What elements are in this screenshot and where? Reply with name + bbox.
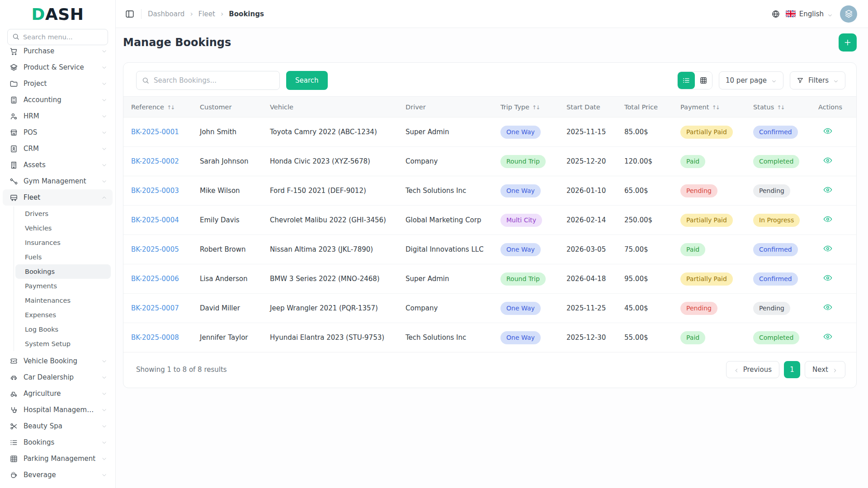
cell-vehicle: Jeep Wrangler 2021 (PQR-1357) (262, 294, 398, 323)
sidebar-item-parking-management[interactable]: Parking Management (3, 450, 113, 467)
cell-customer: Sarah Johnson (192, 147, 262, 176)
sort-icon[interactable]: ↑↓ (167, 104, 174, 111)
sidebar-item-label: Car Dealership (24, 373, 96, 381)
list-view-button[interactable] (678, 72, 695, 89)
sidebar-search-input[interactable] (7, 29, 108, 45)
sidebar-item-hrm[interactable]: HRM (3, 108, 113, 124)
reference-link[interactable]: BK-2025-0007 (131, 304, 179, 312)
search-button[interactable]: Search (286, 71, 328, 90)
view-button[interactable] (823, 155, 833, 165)
sidebar-item-gym-management[interactable]: Gym Management (3, 173, 113, 189)
sidebar-subitem-payments[interactable]: Payments (15, 279, 111, 293)
sidebar-item-car-dealership[interactable]: Car Dealership (3, 369, 113, 385)
sidebar-item-label: Fleet (24, 193, 96, 202)
sidebar-item-project[interactable]: Project (3, 75, 113, 92)
sidebar-subitem-fuels[interactable]: Fuels (15, 250, 111, 264)
bookings-search-input[interactable] (136, 71, 280, 90)
sidebar-subitem-insurances[interactable]: Insurances (15, 235, 111, 250)
add-booking-button[interactable] (839, 33, 857, 52)
building-icon (9, 161, 18, 169)
filters-button[interactable]: Filters (790, 71, 845, 89)
reference-link[interactable]: BK-2025-0004 (131, 216, 179, 224)
sidebar-item-hospital-management[interactable]: Hospital Management (3, 402, 113, 418)
view-button[interactable] (823, 244, 833, 253)
sort-icon[interactable]: ↑↓ (777, 104, 784, 111)
bookings-search (136, 71, 280, 90)
topbar-right: English (771, 5, 857, 23)
cell-actions (811, 264, 856, 294)
reference-link[interactable]: BK-2025-0002 (131, 157, 179, 165)
cell-start-date: 2025-12-30 (559, 323, 617, 352)
cell-vehicle: BMW 3 Series 2022 (MNO-2468) (262, 264, 398, 294)
sidebar-item-beverage[interactable]: Beverage (3, 467, 113, 483)
per-page-select[interactable]: 10 per page (719, 71, 783, 89)
breadcrumb-dashboard[interactable]: Dashboard (148, 10, 184, 18)
view-button[interactable] (823, 214, 833, 224)
sidebar-subitem-vehicles[interactable]: Vehicles (15, 221, 111, 235)
sidebar-subitem-system-setup[interactable]: System Setup (15, 337, 111, 351)
reference-link[interactable]: BK-2025-0006 (131, 275, 179, 283)
previous-page-button[interactable]: Previous (726, 361, 779, 378)
cell-status: Confirmed (745, 264, 811, 294)
column-header-status[interactable]: Status↑↓ (745, 97, 811, 117)
avatar[interactable] (840, 5, 857, 23)
language-label: English (799, 10, 824, 18)
search-icon (142, 76, 150, 84)
current-page-button[interactable]: 1 (784, 361, 800, 378)
cell-actions (811, 206, 856, 235)
pagination: Previous 1 Next (726, 361, 845, 378)
reference-link[interactable]: BK-2025-0003 (131, 187, 179, 195)
view-button[interactable] (823, 185, 833, 195)
results-summary: Showing 1 to 8 of 8 results (136, 366, 227, 374)
sidebar-item-beauty-spa[interactable]: Beauty Spa (3, 418, 113, 434)
sidebar-subitem-drivers[interactable]: Drivers (15, 206, 111, 221)
sidebar-item-purchase[interactable]: Purchase (3, 47, 113, 59)
sidebar-item-bookings[interactable]: Bookings (3, 434, 113, 450)
cell-trip-type: Multi City (493, 206, 559, 235)
store-icon (9, 128, 18, 137)
sidebar-item-product-service[interactable]: Product & Service (3, 59, 113, 75)
status-badge: In Progress (753, 214, 800, 227)
sidebar-item-label: Parking Management (24, 455, 96, 463)
language-selector[interactable]: English (786, 10, 833, 18)
cup-icon (9, 471, 18, 479)
next-page-button[interactable]: Next (805, 361, 845, 378)
breadcrumb-fleet[interactable]: Fleet (198, 10, 215, 18)
view-button[interactable] (823, 332, 833, 342)
sidebar-item-label: Product & Service (24, 63, 96, 71)
reference-link[interactable]: BK-2025-0005 (131, 245, 179, 253)
sidebar-item-fleet[interactable]: Fleet (3, 189, 113, 206)
sidebar-item-label: Agriculture (24, 389, 96, 398)
view-button[interactable] (823, 273, 833, 283)
column-header-trip-type[interactable]: Trip Type↑↓ (493, 97, 559, 117)
cell-driver: Global Marketing Corp (398, 206, 493, 235)
table-row: BK-2025-0007David MillerJeep Wrangler 20… (123, 294, 856, 323)
view-button[interactable] (823, 126, 833, 136)
column-header-reference[interactable]: Reference↑↓ (123, 97, 192, 117)
sidebar-item-label: Project (24, 80, 96, 88)
globe-icon[interactable] (771, 9, 780, 19)
reference-link[interactable]: BK-2025-0001 (131, 128, 179, 136)
view-button[interactable] (823, 302, 833, 312)
sidebar-subitem-log-books[interactable]: Log Books (15, 322, 111, 337)
sidebar-item-vehicle-booking[interactable]: Vehicle Booking (3, 353, 113, 369)
status-badge: Pending (753, 302, 790, 315)
sidebar-subitem-bookings[interactable]: Bookings (15, 264, 111, 279)
sidebar-subitem-expenses[interactable]: Expenses (15, 308, 111, 322)
sidebar-item-assets[interactable]: Assets (3, 157, 113, 173)
sort-icon[interactable]: ↑↓ (532, 104, 539, 111)
sort-icon[interactable]: ↑↓ (712, 104, 719, 111)
sidebar-item-pos[interactable]: POS (3, 124, 113, 141)
sidebar-subitem-maintenances[interactable]: Maintenances (15, 293, 111, 308)
sidebar-item-crm[interactable]: CRM (3, 141, 113, 157)
sidebar-item-agriculture[interactable]: Agriculture (3, 385, 113, 402)
sidebar-item-accounting[interactable]: Accounting (3, 92, 113, 108)
cell-customer: Lisa Anderson (192, 264, 262, 294)
breadcrumb-bookings: Bookings (229, 10, 264, 18)
chevron-up-icon (101, 195, 107, 201)
column-header-payment[interactable]: Payment↑↓ (673, 97, 745, 117)
reference-link[interactable]: BK-2025-0008 (131, 333, 179, 342)
grid-view-button[interactable] (695, 72, 712, 89)
sidebar-toggle-icon[interactable] (125, 9, 135, 19)
chevron-down-icon (101, 97, 107, 103)
